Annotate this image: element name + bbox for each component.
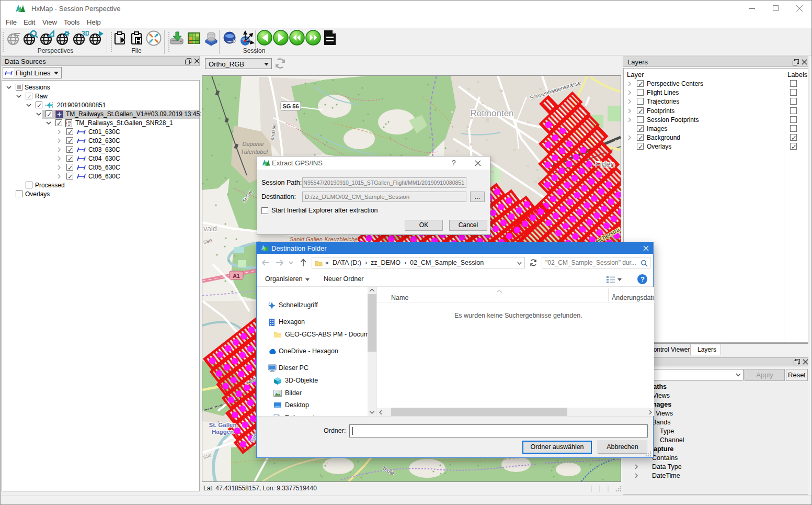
- svg-text:Haggen: Haggen: [212, 429, 234, 435]
- svg-text:A1: A1: [233, 273, 240, 279]
- svg-text:SG 56: SG 56: [282, 103, 299, 109]
- svg-text:Rotmonten: Rotmonten: [470, 108, 513, 118]
- svg-text:3D: 3D: [82, 30, 89, 37]
- svg-text:St. Gallen: St. Gallen: [209, 422, 236, 428]
- svg-text:Tüfentobel: Tüfentobel: [241, 149, 268, 155]
- svg-text:vald: vald: [203, 225, 217, 233]
- svg-text:Fiden: Fiden: [595, 160, 615, 169]
- svg-text:sse: sse: [203, 237, 213, 245]
- svg-text:Deponie: Deponie: [243, 141, 264, 147]
